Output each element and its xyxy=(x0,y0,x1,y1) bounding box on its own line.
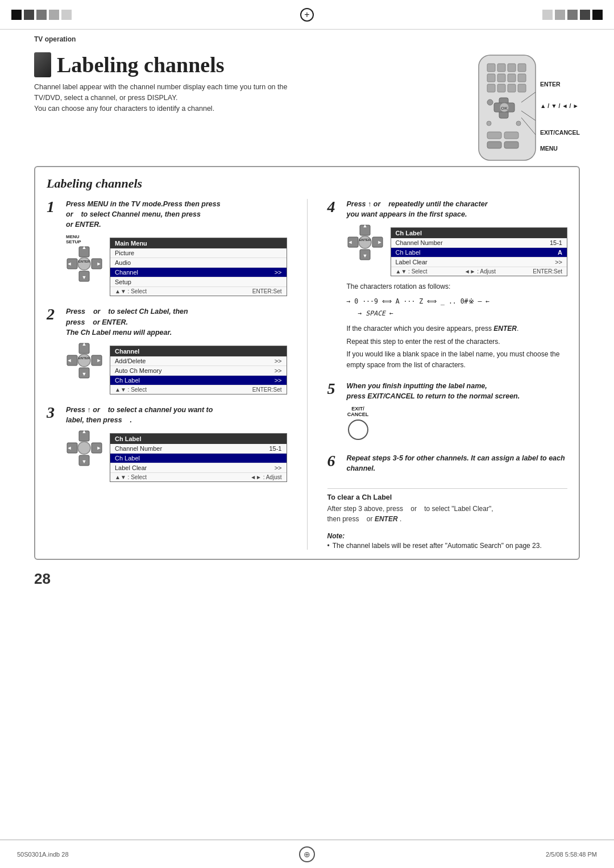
step-6-instruction: Repeat steps 3-5 for other channels. It … xyxy=(347,453,568,474)
remote-dpad-label: ▲ / ▼ / ◄ / ► xyxy=(540,98,580,113)
remote-control-area: OK ENTER ▲ / ▼ / ◄ / xyxy=(462,52,580,156)
page-number: 28 xyxy=(34,570,580,588)
step-2: 2 Press or to select Ch Label, then pres… xyxy=(47,306,287,394)
exit-cancel-label-text: EXIT/CANCEL xyxy=(347,406,370,417)
svg-rect-23 xyxy=(487,132,501,139)
step-5-instruction: When you finish inputting the label name… xyxy=(347,381,568,401)
step-2-menu-footer: ▲▼ : SelectENTER:Set xyxy=(110,385,287,394)
svg-text:▲: ▲ xyxy=(82,246,87,250)
svg-text:▼: ▼ xyxy=(82,371,87,377)
two-column-layout: 1 Press MENU in the TV mode.Press then p… xyxy=(47,199,567,550)
remote-svg: OK ENTER ▲ / ▼ / ◄ / xyxy=(462,52,580,156)
step-1-content: Press MENU in the TV mode.Press then pre… xyxy=(66,199,287,296)
note-bullet: • xyxy=(327,542,330,550)
svg-text:▼: ▼ xyxy=(82,459,87,464)
char-line-2: → SPACE ← xyxy=(347,308,568,319)
step-3-menu-channelnum: Channel Number15-1 xyxy=(110,444,287,454)
title-icon-block xyxy=(34,52,51,77)
svg-rect-6 xyxy=(497,74,505,82)
page-description: Channel label appear with the channel nu… xyxy=(34,82,335,114)
step-2-instruction: Press or to select Ch Label, then press … xyxy=(66,306,287,337)
step-1-menu-picture: Picture xyxy=(110,248,287,258)
to-clear-section: To clear a Ch Label After step 3 above, … xyxy=(327,488,568,524)
step-4-display: ENTER ▲ ▼ ◄ ► Ch Label Channel Number15-… xyxy=(347,224,568,276)
remote-enter-label: ENTER xyxy=(540,77,580,92)
left-reg-marks xyxy=(11,10,72,20)
step-4-after-text: If the character which you desire appear… xyxy=(347,323,568,370)
step-3-menu-labelclear: Label Clear>> xyxy=(110,463,287,473)
step-3-menu: Ch Label Channel Number15-1 Ch Label Lab… xyxy=(110,433,287,482)
step-5-exit-display: EXIT/CANCEL xyxy=(347,406,568,443)
step-3: 3 Press ↑ or to select a channel you wan… xyxy=(47,405,287,482)
to-clear-text: After step 3 above, press or to select "… xyxy=(327,504,568,524)
right-reg-marks xyxy=(542,10,603,20)
note-section: Note: • The channel labels will be reset… xyxy=(327,532,568,550)
step-5-number: 5 xyxy=(327,381,341,397)
step-4-menu-chlabel: Ch LabelA xyxy=(391,248,567,258)
page-content: TV operation Labeling channels Channel l… xyxy=(0,30,614,588)
svg-rect-26 xyxy=(504,142,518,148)
svg-point-22 xyxy=(516,121,521,126)
step-2-dpad-svg: ENTER ▲ ▼ ◄ ► xyxy=(66,342,103,379)
step-3-dpad: ▲ ▼ ◄ ► xyxy=(66,430,103,468)
remote-exit-cancel-label: EXIT/CANCEL xyxy=(540,125,580,140)
section-box-title: Labeling channels xyxy=(47,176,567,191)
step-3-content: Press ↑ or to select a channel you want … xyxy=(66,405,287,482)
note-item-1: • The channel labels will be reset after… xyxy=(327,542,568,550)
svg-rect-4 xyxy=(518,64,526,72)
step-5-content: When you finish inputting the label name… xyxy=(347,381,568,443)
section-label: TV operation xyxy=(34,30,580,47)
step-1-menu-audio: Audio xyxy=(110,258,287,268)
step-4-menu-footer: ▲▼ : Select◄► : AdjustENTER:Set xyxy=(391,267,567,276)
svg-rect-11 xyxy=(508,84,516,92)
step-3-number: 3 xyxy=(47,405,60,421)
step-3-menu-footer: ▲▼ : Select◄► : Adjust xyxy=(110,473,287,481)
right-column: 4 Press ↑ or repeatedly until the charac… xyxy=(327,199,568,550)
step-3-dpad-svg: ▲ ▼ ◄ ► xyxy=(66,430,103,467)
step-1-number: 1 xyxy=(47,199,60,215)
step-5: 5 When you finish inputting the label na… xyxy=(327,381,568,443)
char-rotation-label: The characters rotation as follows: xyxy=(347,281,568,293)
step-1-display: MENUSETUP ENTER xyxy=(66,234,287,296)
note-title: Note: xyxy=(327,532,568,540)
step-4-menu-title: Ch Label xyxy=(391,228,567,238)
step-1-dpad: MENUSETUP ENTER xyxy=(66,234,103,284)
step-2-number: 2 xyxy=(47,306,60,322)
step-6-content: Repeat steps 3-5 for other channels. It … xyxy=(347,453,568,478)
step-2-dpad: ENTER ▲ ▼ ◄ ► xyxy=(66,342,103,381)
footer-left: 50S0301A.indb 28 xyxy=(17,851,69,858)
char-line-1: → 0 ···9 ⟺ A ··· Z ⟺ _ .. 0#※ – ← xyxy=(347,296,568,308)
svg-text:▲: ▲ xyxy=(82,430,87,434)
svg-rect-25 xyxy=(487,142,501,148)
svg-text:▼: ▼ xyxy=(362,253,367,259)
svg-rect-2 xyxy=(497,64,505,72)
svg-text:▼: ▼ xyxy=(82,275,87,280)
bottom-bar: 50S0301A.indb 28 ⊕ 2/5/08 5:58:48 PM xyxy=(0,840,614,868)
step-4-content: Press ↑ or repeatedly until the characte… xyxy=(347,199,568,371)
svg-rect-10 xyxy=(497,84,505,92)
step-6-number: 6 xyxy=(327,453,341,469)
step-4-menu: Ch Label Channel Number15-1 Ch LabelA La… xyxy=(391,227,568,276)
svg-point-51 xyxy=(78,442,90,454)
to-clear-title: To clear a Ch Label xyxy=(327,493,568,501)
to-clear-divider xyxy=(327,488,568,489)
svg-rect-3 xyxy=(508,64,516,72)
svg-rect-8 xyxy=(518,74,526,82)
remote-labels: ENTER ▲ / ▼ / ◄ / ► EXIT/CANCEL MENU xyxy=(540,77,580,156)
step-4-enter-prompt: If the character which you desire appear… xyxy=(347,323,568,334)
svg-text:◄: ◄ xyxy=(67,445,72,451)
labeling-channels-section: Labeling channels 1 Press MENU in the TV… xyxy=(34,166,580,560)
step-2-menu: Channel Add/Delete>> Auto Ch Memory>> Ch… xyxy=(110,346,287,394)
left-column: 1 Press MENU in the TV mode.Press then p… xyxy=(47,199,287,550)
step-4-menu-channelnum: Channel Number15-1 xyxy=(391,238,567,248)
step-4-dpad: ENTER ▲ ▼ ◄ ► xyxy=(347,224,384,263)
step-1-menu: Main Menu Picture Audio Channel>> Setup … xyxy=(110,238,287,296)
top-registration-bar xyxy=(0,0,614,30)
char-rotation-section: The characters rotation as follows: → 0 … xyxy=(347,281,568,319)
step-6: 6 Repeat steps 3-5 for other channels. I… xyxy=(327,453,568,478)
step-4: 4 Press ↑ or repeatedly until the charac… xyxy=(327,199,568,371)
svg-text:▲: ▲ xyxy=(362,224,367,229)
svg-text:ENTER: ENTER xyxy=(359,238,371,242)
note-item-text: The channel labels will be reset after "… xyxy=(333,542,542,550)
step-3-instruction: Press ↑ or to select a channel you want … xyxy=(66,405,287,425)
